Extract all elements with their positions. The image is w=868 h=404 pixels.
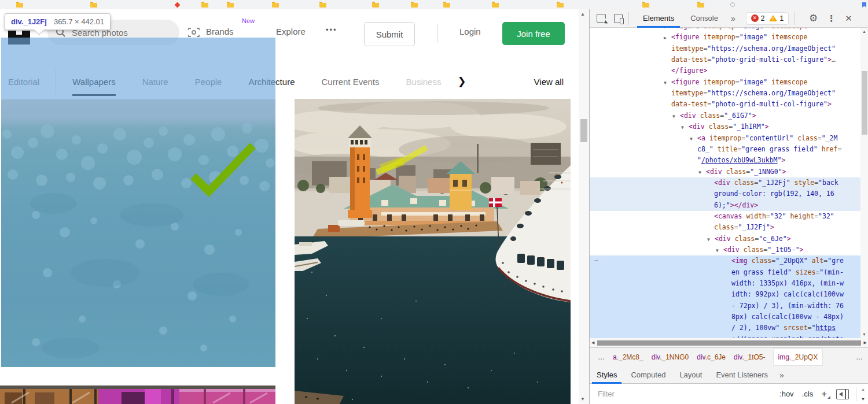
view-all-link[interactable]: View all bbox=[534, 77, 564, 87]
devtools-tree-line[interactable]: ▼<div class="_1hIRM"> bbox=[590, 121, 860, 132]
scrollbar-thumb[interactable] bbox=[862, 71, 867, 135]
bookmark-site-icon[interactable] bbox=[730, 2, 735, 7]
tab-current-events[interactable]: Current Events bbox=[321, 77, 379, 87]
breadcrumb-div.c_6Je[interactable]: div.c_6Je bbox=[697, 353, 726, 361]
devtools-tree-line[interactable]: class="_1J2Fj"> bbox=[590, 222, 860, 233]
bookmark-folder-icon[interactable] bbox=[201, 3, 208, 8]
nav-more-icon[interactable]: ••• bbox=[326, 25, 337, 34]
toggle-classes-button[interactable]: .cls bbox=[802, 390, 814, 398]
devtools-tree-line[interactable]: ▼<div class="_1NNG0"> bbox=[590, 166, 860, 177]
devtools-tree-line[interactable]: <img class="_2UpQX" alt="gre bbox=[590, 255, 860, 266]
bookmark-folder-icon[interactable] bbox=[90, 3, 97, 8]
bookmark-folder-icon[interactable] bbox=[319, 3, 326, 8]
devtools-tree-line[interactable]: ://images.unsplash.com/photo- bbox=[590, 334, 860, 338]
devtools-tree-line[interactable]: ▶<figure itemprop="image" itemscope bbox=[590, 28, 860, 32]
bookmark-folder-icon[interactable] bbox=[642, 3, 649, 8]
close-icon[interactable]: ✕ bbox=[845, 13, 852, 24]
scrollbar-thumb[interactable] bbox=[597, 340, 860, 346]
devtools-tree-line[interactable]: </figure> bbox=[590, 65, 860, 76]
bookmark-folder-icon[interactable] bbox=[272, 3, 279, 8]
breadcrumb-a._2Mc8_[interactable]: a._2Mc8_ bbox=[613, 353, 643, 361]
panel-tab-layout[interactable]: Layout bbox=[672, 366, 709, 384]
join-free-button[interactable]: Join free bbox=[502, 22, 565, 45]
devtools-tree-line[interactable]: 8px) calc(calc(100vw - 48px) bbox=[590, 312, 860, 323]
breadcrumb-more[interactable]: … bbox=[598, 353, 605, 361]
bookmark-folder-icon[interactable] bbox=[697, 3, 704, 8]
scroll-up-icon[interactable]: ▲ bbox=[862, 29, 866, 34]
devtools-vertical-scrollbar[interactable]: ▲ ▼ bbox=[860, 28, 868, 338]
spin-up-icon[interactable]: ▲ bbox=[861, 387, 865, 391]
tab-business[interactable]: Business bbox=[406, 77, 442, 87]
more-panel-tabs-icon[interactable]: » bbox=[779, 370, 784, 380]
nav-brands[interactable]: Brands bbox=[206, 27, 234, 36]
devtools-tree-line[interactable]: width: 1335px) 416px, (min-w bbox=[590, 278, 860, 289]
panel-tab-event-listeners[interactable]: Event Listeners bbox=[709, 366, 775, 384]
bookmark-site-icon[interactable] bbox=[175, 2, 181, 8]
breadcrumb-div._1tO5-[interactable]: div._1tO5- bbox=[734, 353, 765, 361]
breadcrumb-img._2UpQX[interactable]: img._2UpQX bbox=[774, 349, 823, 365]
devtools-tree-line[interactable]: ground-color: rgb(192, 140, 16 bbox=[590, 188, 860, 199]
more-tabs-icon[interactable]: » bbox=[731, 14, 735, 23]
devtools-tree-line[interactable]: <div class="_1J2Fj" style="back bbox=[590, 177, 860, 188]
nav-explore[interactable]: Explore bbox=[276, 27, 306, 36]
devtools-tree-line[interactable]: <canvas width="32" height="32" bbox=[590, 211, 860, 222]
devtools-tree-line[interactable]: en grass field" sizes="(min- bbox=[590, 267, 860, 278]
breadcrumb-more[interactable]: … bbox=[856, 353, 863, 361]
tree-gutter-ellipsis[interactable]: … bbox=[594, 255, 598, 263]
scroll-right-icon[interactable]: ▶ bbox=[864, 340, 867, 345]
kebab-menu-icon[interactable]: ⋮ bbox=[827, 13, 836, 24]
photo-harbor-cruise-ship[interactable] bbox=[295, 99, 571, 404]
page-scrollbar[interactable]: ▲ ▼ bbox=[579, 9, 589, 404]
bookmarks-bar[interactable] bbox=[0, 0, 868, 10]
device-toolbar-icon[interactable] bbox=[614, 14, 623, 23]
devtools-tree-line[interactable]: ▶<figure itemprop="image" itemscope bbox=[590, 32, 860, 43]
chevron-right-icon[interactable]: ❯ bbox=[457, 75, 466, 88]
inspect-element-icon[interactable] bbox=[597, 14, 606, 23]
issues-badge[interactable]: ✕ 2 1 bbox=[746, 12, 789, 25]
visual-search-icon[interactable] bbox=[188, 27, 200, 38]
gear-icon[interactable]: ⚙ bbox=[809, 12, 818, 24]
devtools-tree-line[interactable]: c8_" title="green grass field" href= bbox=[590, 144, 860, 155]
devtools-tree-line[interactable]: / 2), 100vw" srcset="https bbox=[590, 323, 860, 333]
bookmark-folder-icon[interactable] bbox=[443, 3, 450, 8]
devtools-tree-line[interactable]: 6);"></div> bbox=[590, 200, 860, 211]
devtools-tab-elements[interactable]: Elements bbox=[635, 9, 682, 28]
styles-filter-input[interactable] bbox=[597, 389, 755, 399]
devtools-tree-line[interactable]: data-test="photo-grid-multi-col-figure"> bbox=[590, 99, 860, 110]
devtools-tree-line[interactable]: itemtype="https://schema.org/ImageObject… bbox=[590, 88, 860, 99]
bookmark-folder-icon[interactable] bbox=[557, 3, 564, 8]
scroll-left-icon[interactable]: ◀ bbox=[591, 340, 594, 345]
spin-down-icon[interactable]: ▼ bbox=[861, 397, 865, 401]
login-button[interactable]: Login bbox=[459, 27, 481, 36]
bookmark-folder-icon[interactable] bbox=[227, 3, 234, 8]
new-style-rule-button[interactable]: + bbox=[821, 388, 827, 400]
devtools-tree-line[interactable]: "/photos/xbU9wL3ukbM"> bbox=[590, 155, 860, 166]
devtools-tab-console[interactable]: Console bbox=[682, 9, 726, 28]
bookmark-folder-icon[interactable] bbox=[372, 3, 379, 8]
scroll-up-icon[interactable]: ▲ bbox=[580, 12, 585, 17]
scroll-down-icon[interactable]: ▼ bbox=[580, 396, 585, 402]
bookmark-folder-icon[interactable] bbox=[16, 3, 23, 8]
styles-scroll-spinner[interactable]: ▲ ▼ bbox=[856, 387, 865, 401]
devtools-tree-line[interactable]: ▼<div class="c_6Je"> bbox=[590, 233, 860, 244]
devtools-tree-line[interactable]: ▼<div class="_1tO5-"> bbox=[590, 244, 860, 255]
scroll-down-icon[interactable]: ▼ bbox=[862, 332, 866, 336]
page-scrollbar-thumb[interactable] bbox=[580, 119, 587, 142]
bookmark-folder-icon[interactable] bbox=[411, 3, 418, 8]
devtools-tree-line[interactable]: ▼<a itemprop="contentUrl" class="_2M bbox=[590, 133, 860, 144]
panel-tab-computed[interactable]: Computed bbox=[624, 366, 672, 384]
devtools-tree-line[interactable]: itemtype="https://schema.org/ImageObject… bbox=[590, 43, 860, 54]
devtools-tree-line[interactable]: data-test="photo-grid-multi-col-figure">… bbox=[590, 54, 860, 65]
computed-sidebar-toggle-icon[interactable] bbox=[836, 389, 849, 399]
panel-tab-styles[interactable]: Styles bbox=[590, 366, 624, 384]
devtools-horizontal-scrollbar[interactable]: ◀ ▶ bbox=[590, 338, 868, 347]
devtools-tree-line[interactable]: - 72px) / 3), (min-width: 76 bbox=[590, 301, 860, 312]
devtools-tree-line[interactable]: idth: 992px) calc(calc(100vw bbox=[590, 289, 860, 300]
breadcrumb-div._1NNG0[interactable]: div._1NNG0 bbox=[652, 353, 689, 361]
submit-button[interactable]: Submit bbox=[364, 22, 415, 46]
photo-colorful-facade[interactable] bbox=[0, 386, 275, 404]
bookmark-icon[interactable] bbox=[862, 2, 866, 8]
devtools-tree-line[interactable]: ▼<figure itemprop="image" itemscope bbox=[590, 77, 860, 88]
toggle-hover-state-button[interactable]: :hov bbox=[779, 390, 794, 398]
devtools-tree-line[interactable]: ▼<div class="_6IG7"> bbox=[590, 110, 860, 121]
